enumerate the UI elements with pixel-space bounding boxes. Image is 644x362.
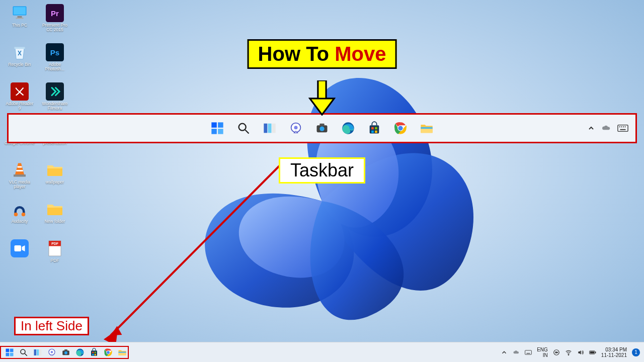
chrome-icon[interactable] <box>103 347 114 358</box>
desktop-icon-wallpaper[interactable]: wallpaper <box>39 161 70 197</box>
svg-rect-3 <box>18 16 22 18</box>
desktop-icon-audacity[interactable]: Audacity <box>4 200 35 236</box>
meet-now-icon[interactable] <box>553 349 560 356</box>
search-icon[interactable] <box>236 121 251 135</box>
camera-icon[interactable] <box>60 347 71 358</box>
onedrive-icon[interactable] <box>513 349 520 356</box>
svg-rect-34 <box>272 124 276 133</box>
svg-rect-55 <box>625 126 626 127</box>
vlc-icon <box>11 161 29 179</box>
store-icon[interactable] <box>367 121 381 135</box>
desktop-icon-this-pc[interactable]: This PC <box>4 4 35 40</box>
file-explorer-icon[interactable] <box>117 347 128 358</box>
battery-icon[interactable] <box>589 349 596 356</box>
svg-point-39 <box>319 127 324 131</box>
adobe-reader-icon <box>11 82 29 101</box>
svg-rect-15 <box>18 166 22 168</box>
touch-keyboard-icon[interactable] <box>617 124 628 133</box>
svg-rect-75 <box>92 351 94 353</box>
svg-rect-77 <box>92 354 94 355</box>
desktop-icon-photoshop[interactable]: Ps Adobe Photosh... <box>39 43 70 79</box>
svg-rect-66 <box>37 349 39 355</box>
svg-point-30 <box>239 124 246 131</box>
task-view-icon[interactable] <box>263 121 277 135</box>
callout-taskbar-label: Taskbar <box>279 157 365 184</box>
zoom-icon <box>11 239 29 257</box>
svg-rect-56 <box>620 129 626 130</box>
time-text: 03:34 PM <box>605 347 627 352</box>
svg-line-57 <box>111 158 287 335</box>
search-icon[interactable] <box>18 347 29 358</box>
sound-icon[interactable] <box>577 349 584 356</box>
camera-icon[interactable] <box>315 121 329 135</box>
svg-rect-29 <box>218 129 223 134</box>
svg-rect-21 <box>15 245 22 251</box>
language-top: ENG <box>537 347 548 352</box>
svg-text:Pr: Pr <box>51 9 59 18</box>
premiere-icon: Pr <box>46 4 64 22</box>
desktop-icon-label: PDF <box>51 258 59 263</box>
desktop-icon-label: Adobe Reader 9 <box>5 102 35 111</box>
svg-rect-16 <box>16 170 23 171</box>
notification-badge[interactable]: 1 <box>632 348 640 356</box>
svg-point-87 <box>568 354 569 354</box>
edge-icon[interactable] <box>74 347 86 358</box>
center-taskbar-tray <box>587 123 628 133</box>
desktop-icon-label: Premiere Pro CC 2015 <box>40 23 70 33</box>
svg-text:Ps: Ps <box>50 48 59 57</box>
onedrive-icon[interactable] <box>601 123 611 133</box>
desktop-icon-vlc[interactable]: VLC media player <box>4 161 35 197</box>
touch-keyboard-icon[interactable] <box>525 349 532 356</box>
system-tray: ENG IN 03:34 PM 11-11-2021 1 <box>501 347 644 358</box>
desktop-icon-pdf[interactable]: PDF PDF <box>39 239 70 276</box>
desktop-icon-new-folder[interactable]: New folder <box>39 200 70 236</box>
svg-point-63 <box>21 349 25 354</box>
svg-rect-44 <box>371 131 374 133</box>
svg-rect-78 <box>95 354 96 355</box>
svg-point-36 <box>294 126 298 129</box>
svg-line-64 <box>25 353 27 356</box>
chat-icon[interactable] <box>289 121 303 135</box>
svg-rect-61 <box>6 352 10 356</box>
svg-rect-84 <box>525 350 532 354</box>
task-view-icon[interactable] <box>32 347 43 358</box>
desktop-icon-premiere[interactable]: Pr Premiere Pro CC 2015 <box>39 4 70 40</box>
desktop-icon-label: VLC media player <box>5 180 35 190</box>
svg-rect-74 <box>91 350 97 356</box>
svg-point-72 <box>64 351 67 354</box>
svg-rect-89 <box>595 351 596 353</box>
file-explorer-icon[interactable] <box>420 121 434 135</box>
start-icon[interactable] <box>210 121 224 135</box>
svg-rect-60 <box>10 348 14 352</box>
svg-rect-51 <box>618 125 628 132</box>
filmora-icon <box>46 82 64 101</box>
language-indicator[interactable]: ENG IN <box>537 347 548 358</box>
chevron-up-icon[interactable] <box>587 124 595 132</box>
svg-rect-54 <box>623 126 624 127</box>
wifi-icon[interactable] <box>565 349 572 356</box>
start-icon[interactable] <box>4 347 15 358</box>
center-taskbar-apps <box>210 121 434 135</box>
pdf-icon: PDF <box>46 239 64 257</box>
desktop-icon-label: Adobe Photosh... <box>40 62 70 72</box>
chevron-up-icon[interactable] <box>501 349 508 356</box>
svg-rect-53 <box>621 126 622 127</box>
chat-icon[interactable] <box>46 347 57 358</box>
folder-icon <box>46 200 64 218</box>
chrome-icon[interactable] <box>393 121 408 135</box>
clock[interactable]: 03:34 PM 11-11-2021 <box>601 347 627 358</box>
desktop-icon-recycle-bin[interactable]: Recycle Bin <box>4 43 35 79</box>
recycle-bin-icon <box>11 43 29 61</box>
svg-rect-32 <box>264 124 267 133</box>
svg-text:PDF: PDF <box>51 242 58 245</box>
edge-icon[interactable] <box>341 121 355 135</box>
svg-rect-59 <box>6 348 10 352</box>
svg-rect-28 <box>211 129 217 134</box>
svg-rect-62 <box>10 352 14 356</box>
desktop-icon-label: wallpaper <box>46 180 64 185</box>
svg-rect-50 <box>421 127 432 129</box>
callout-title: How To Move <box>248 39 397 69</box>
desktop-icon-zoom[interactable] <box>4 239 35 276</box>
svg-rect-90 <box>590 351 594 353</box>
store-icon[interactable] <box>89 347 100 358</box>
